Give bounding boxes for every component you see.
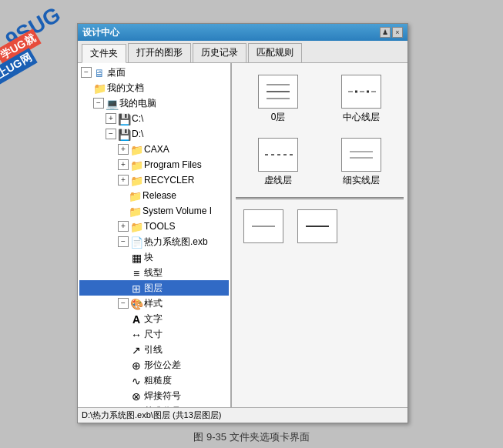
- title-controls: ♟ ×: [380, 27, 403, 38]
- icon-c-drive: 💾: [118, 112, 130, 125]
- label-caxa: CAXA: [144, 142, 169, 156]
- label-sysvolume: System Volume I: [143, 204, 212, 218]
- label-recycler: RECYCLER: [144, 173, 194, 187]
- layer-label-0: 0层: [271, 111, 286, 124]
- icon-style: 🎨: [130, 297, 143, 309]
- status-text: D:\热力系统图.exb\图层 (共13层图层): [82, 410, 222, 420]
- icon-caxa: 📁: [130, 143, 143, 155]
- tree-item-sysvolume[interactable]: 📁 System Volume I: [79, 203, 229, 219]
- layer-panel[interactable]: 0层 中心线层: [232, 63, 407, 420]
- expand-tools[interactable]: +: [118, 221, 129, 232]
- layer-icon-empty1: [243, 209, 283, 243]
- tree-item-tools[interactable]: + 📁 TOOLS: [79, 219, 229, 234]
- expand-recycler[interactable]: +: [118, 175, 129, 186]
- window-title: 设计中心: [82, 26, 119, 39]
- tab-open-drawings[interactable]: 打开的图形: [128, 43, 191, 62]
- layer-item-solid-thin[interactable]: 细实线层: [323, 134, 400, 191]
- icon-thermal: 📄: [130, 236, 143, 248]
- expand-thermal[interactable]: −: [118, 236, 129, 247]
- icon-tools: 📁: [130, 220, 143, 232]
- icon-dimension: ↔: [130, 328, 143, 340]
- layer-icon-centerline: [341, 75, 381, 109]
- watermark: 9SUG 学UG就 上UG网: [0, 0, 77, 92]
- status-bar: D:\热力系统图.exb\图层 (共13层图层): [78, 407, 407, 423]
- tree-item-thermal[interactable]: − 📄 热力系统图.exb: [79, 234, 229, 249]
- expand-d-drive[interactable]: −: [106, 129, 116, 139]
- tree-item-dimension[interactable]: ↔ 尺寸: [79, 326, 229, 342]
- layer-icon-hidden: [258, 138, 298, 172]
- layer-item-centerline[interactable]: 中心线层: [323, 71, 400, 128]
- label-leader: 引线: [144, 343, 163, 356]
- tree-item-recycler[interactable]: + 📁 RECYCLER: [79, 172, 229, 188]
- tree-item-welding[interactable]: ⊗ 焊接符号: [79, 388, 229, 403]
- tree-item-programfiles[interactable]: + 📁 Program Files: [79, 157, 229, 172]
- content-area: − 🖥 桌面 📁 我的文档 − 💻 我的电脑: [78, 63, 407, 420]
- close-button[interactable]: ×: [392, 27, 403, 38]
- tree-item-layer[interactable]: ⊞ 图层: [79, 280, 229, 296]
- tree-item-caxa[interactable]: + 📁 CAXA: [79, 142, 229, 157]
- tree-item-desktop[interactable]: − 🖥 桌面: [79, 65, 229, 80]
- tree-item-tolerance[interactable]: ⊕ 形位公差: [79, 357, 229, 373]
- label-linetype: 线型: [144, 266, 163, 279]
- tab-match-rules[interactable]: 匹配规则: [248, 43, 302, 62]
- tree-item-mycomp[interactable]: − 💻 我的电脑: [79, 95, 229, 111]
- icon-d-drive: 💾: [118, 128, 130, 140]
- file-tree: − 🖥 桌面 📁 我的文档 − 💻 我的电脑: [78, 63, 230, 420]
- tree-item-linetype[interactable]: ≡ 线型: [79, 265, 229, 280]
- tree-item-text[interactable]: A 文字: [79, 311, 229, 326]
- tree-item-c-drive[interactable]: + 💾 C:\: [79, 111, 229, 126]
- layer-grid: 0层 中心线层: [236, 67, 404, 195]
- layer-label-centerline: 中心线层: [343, 111, 380, 124]
- icon-roughness: ∿: [130, 374, 143, 386]
- icon-desktop: 🖥: [93, 66, 106, 79]
- tree-item-leader[interactable]: ↗ 引线: [79, 342, 229, 357]
- icon-release: 📁: [129, 189, 141, 202]
- watermark-line2b: 上UG网: [0, 48, 38, 85]
- layer-item-hidden[interactable]: 虚线层: [240, 134, 317, 191]
- icon-linetype: ≡: [130, 266, 143, 279]
- tree-panel[interactable]: − 🖥 桌面 📁 我的文档 − 💻 我的电脑: [78, 63, 232, 420]
- expand-programfiles[interactable]: +: [118, 159, 129, 170]
- label-programfiles: Program Files: [144, 158, 202, 172]
- icon-welding: ⊗: [130, 389, 143, 402]
- label-roughness: 粗糙度: [144, 373, 172, 387]
- layer-item-empty1[interactable]: [240, 206, 287, 249]
- label-release: Release: [143, 189, 176, 202]
- icon-mydocs: 📁: [93, 82, 106, 94]
- label-mydocs: 我的文档: [107, 81, 144, 95]
- label-text: 文字: [144, 312, 163, 326]
- caption-text: 图 9-35 文件夹选项卡界面: [193, 431, 309, 443]
- label-thermal: 热力系统图.exb: [144, 235, 208, 249]
- layer-label-hidden: 虚线层: [264, 174, 292, 187]
- layer-item-empty2[interactable]: [293, 206, 341, 249]
- watermark-line2a: 学UG就: [0, 28, 42, 65]
- label-desktop: 桌面: [107, 65, 126, 79]
- icon-block: ▦: [130, 251, 143, 263]
- icon-text: A: [130, 313, 143, 325]
- tree-item-block[interactable]: ▦ 块: [79, 249, 229, 265]
- layer-item-0[interactable]: 0层: [240, 71, 317, 128]
- tree-item-d-drive[interactable]: − 💾 D:\: [79, 126, 229, 142]
- expand-mycomp[interactable]: −: [93, 98, 104, 109]
- expand-desktop[interactable]: −: [81, 67, 92, 78]
- tree-item-roughness[interactable]: ∿ 粗糙度: [79, 373, 229, 388]
- expand-style[interactable]: −: [118, 298, 129, 309]
- layer-icon-solid-thin: [341, 138, 381, 172]
- tree-item-style[interactable]: − 🎨 样式: [79, 296, 229, 311]
- tab-folder[interactable]: 文件夹: [82, 44, 126, 63]
- tree-item-mydocs[interactable]: 📁 我的文档: [79, 80, 229, 95]
- icon-tolerance: ⊕: [130, 359, 143, 371]
- expand-c-drive[interactable]: +: [106, 113, 116, 124]
- caption: 图 9-35 文件夹选项卡界面: [0, 430, 503, 444]
- label-tolerance: 形位公差: [144, 358, 181, 372]
- expand-caxa[interactable]: +: [118, 144, 129, 155]
- pin-button[interactable]: ♟: [380, 27, 391, 38]
- watermark-line1: 9SUG: [2, 2, 65, 53]
- tree-item-release[interactable]: 📁 Release: [79, 188, 229, 203]
- tab-history[interactable]: 历史记录: [193, 43, 246, 62]
- icon-programfiles: 📁: [130, 159, 143, 171]
- title-bar: 设计中心 ♟ ×: [78, 24, 407, 41]
- layer-icon-empty2: [297, 209, 337, 243]
- layer-label-solid-thin: 细实线层: [343, 174, 380, 187]
- layer-icon-0: [258, 75, 298, 109]
